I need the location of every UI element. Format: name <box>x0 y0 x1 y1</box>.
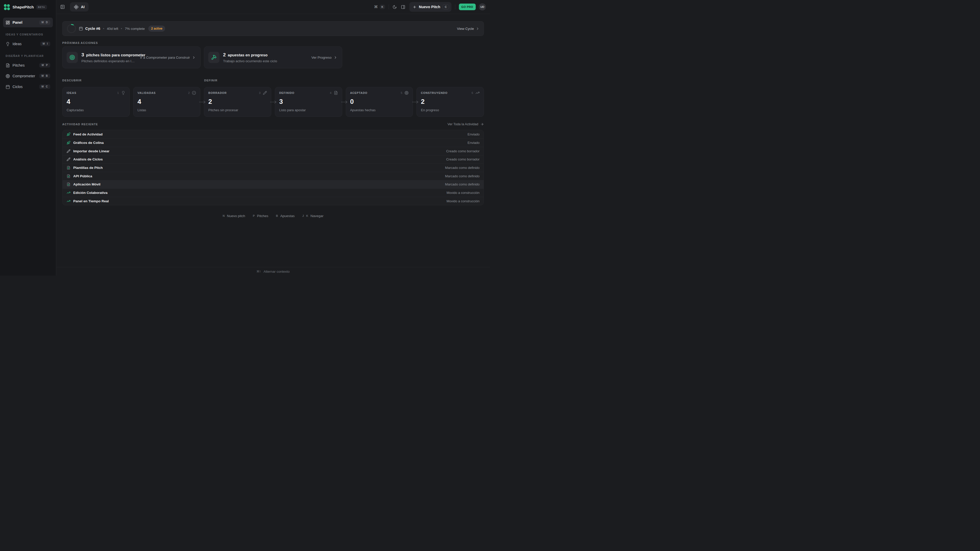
sidebar-item-ciclos[interactable]: Ciclos M C <box>3 82 53 92</box>
stage-sublabel: Listas <box>138 108 196 112</box>
stage-sublabel: En progreso <box>421 108 479 112</box>
rocket-icon <box>67 132 70 136</box>
stage-card-ideas[interactable]: IDEAS 1 4 Capturadas <box>62 87 130 117</box>
activity-status: Creado como borrador <box>446 149 479 153</box>
descubrir-heading: DESCUBRIR <box>62 79 82 82</box>
topbar-actions: ⌘ K Nuevo Pitch C GO PRO UD <box>374 2 486 12</box>
shortcut-key: J <box>302 214 304 218</box>
command-icon[interactable]: ⌘ <box>374 5 378 9</box>
file-text-icon <box>67 183 70 186</box>
go-to-comprometer-link[interactable]: Ir a Comprometer para Construir <box>140 56 196 59</box>
activity-label: Aplicación Móvil <box>73 183 100 186</box>
activity-heading: ACTIVIDAD RECIENTE <box>62 123 98 126</box>
activity-status: Marcado como definido <box>445 174 479 178</box>
view-cycle-link[interactable]: View Cycle <box>457 27 479 30</box>
trending-up-icon <box>67 191 70 195</box>
action-text: 2 apuestas en progreso Trabajo activo oc… <box>223 52 277 63</box>
hammer-icon <box>211 55 217 60</box>
shortcut-label: Nuevo pitch <box>227 214 245 218</box>
activity-row[interactable]: Plantillas de Pitch Marcado como definid… <box>62 164 484 172</box>
brand: ShapePitch BETA <box>0 0 56 14</box>
stage-label: ACEPTADO <box>350 91 368 94</box>
activity-row[interactable]: Edición Colaborativa Movido a construcci… <box>62 189 484 197</box>
activity-row[interactable]: Análisis de Ciclos Creado como borrador <box>62 155 484 164</box>
sidebar-item-ideas[interactable]: Ideas M I <box>3 39 53 49</box>
pipeline-stage-row: IDEAS 1 4 Capturadas VALIDADAS 2 4 Lista… <box>62 87 484 117</box>
activity-status: Movido a construcción <box>447 199 479 203</box>
dot-separator <box>121 28 122 29</box>
activity-list: Feed de Actividad Enviado Gráficos de Co… <box>62 130 484 205</box>
chevron-right-icon <box>476 27 479 30</box>
chevron-right-icon <box>192 56 196 59</box>
activity-row[interactable]: Gráficos de Colina Enviado <box>62 138 484 147</box>
sidebar-item-label: Ideas <box>13 42 38 46</box>
activity-label: Panel en Tiempo Real <box>73 199 109 203</box>
go-pro-button[interactable]: GO PRO <box>459 3 476 10</box>
sidebar-item-pitches[interactable]: Pitches M P <box>3 60 53 70</box>
stage-sublabel: Listo para apostar <box>279 108 338 112</box>
activity-row[interactable]: Aplicación Móvil Marcado como definido <box>62 180 484 189</box>
pipeline-headings: DESCUBRIR DEFINIR <box>62 79 484 83</box>
avatar[interactable]: UD <box>479 3 486 11</box>
activity-row[interactable]: API Pública Marcado como definido <box>62 171 484 180</box>
ai-button-label: AI <box>81 5 85 9</box>
lightbulb-icon <box>6 42 10 46</box>
stage-card-definido[interactable]: DEFINIDO 4 3 Listo para apostar <box>275 87 342 117</box>
sidebar-nav: Panel M D IDEAS Y COMENTARIOS Ideas M I … <box>0 14 56 96</box>
sidebar-item-comprometer[interactable]: Comprometer M B <box>3 71 53 81</box>
next-actions-cards: 3 pitches listos para comprometer Pitche… <box>62 46 484 68</box>
stage-sublabel: Pitches sin procesar <box>208 108 267 112</box>
file-icon <box>334 91 338 95</box>
activity-status: Enviado <box>468 141 479 144</box>
new-pitch-button[interactable]: Nuevo Pitch C <box>409 2 451 12</box>
stage-card-construyendo[interactable]: CONSTRUYENDO 6 2 En progreso <box>417 87 484 117</box>
stage-card-validadas[interactable]: VALIDADAS 2 4 Listas <box>133 87 200 117</box>
calendar-icon <box>6 85 10 89</box>
activity-label: Gráficos de Colina <box>73 141 103 144</box>
theme-toggle-button[interactable] <box>393 5 397 9</box>
cycle-days-left: 40d left <box>107 27 118 30</box>
file-text-icon <box>67 174 70 178</box>
view-progress-link[interactable]: Ver Progreso <box>311 56 337 59</box>
activity-status: Creado como borrador <box>446 157 479 161</box>
kbd-chip: M I <box>40 41 50 46</box>
view-all-activity-label: Ver Toda la Actividad <box>448 122 478 126</box>
collapse-sidebar-button[interactable] <box>60 5 65 9</box>
pencil-icon <box>67 149 70 153</box>
stage-value: 4 <box>138 98 196 105</box>
panel-right-button[interactable] <box>401 5 405 9</box>
action-text: 3 pitches listos para comprometer Pitche… <box>81 52 137 63</box>
shortcut-new-pitch: N Nuevo pitch <box>223 214 245 218</box>
action-card-comprometer[interactable]: 3 pitches listos para comprometer Pitche… <box>62 46 200 68</box>
sidebar-section-ideas: IDEAS Y COMENTARIOS <box>6 33 53 36</box>
action-card-progreso[interactable]: 2 apuestas en progreso Trabajo activo oc… <box>204 46 342 68</box>
stage-card-borrador[interactable]: BORRADOR 3 2 Pitches sin procesar <box>204 87 271 117</box>
cycle-banner[interactable]: Cycle #6 40d left 7% complete 2 active V… <box>62 21 484 36</box>
trending-up-icon <box>476 91 479 95</box>
active-badge: 2 active <box>148 25 165 32</box>
activity-row[interactable]: Panel en Tiempo Real Movido a construcci… <box>62 197 484 205</box>
action-count: 2 <box>223 52 226 58</box>
shortcut-key: N <box>223 214 224 218</box>
stage-label: VALIDADAS <box>138 91 156 94</box>
kbd-c: C <box>442 4 449 10</box>
definir-heading: DEFINIR <box>204 79 218 82</box>
stage-card-aceptado[interactable]: ACEPTADO 5 0 Apuestas hechas <box>346 87 413 117</box>
toggle-context-label: Alternar contexto <box>264 270 290 273</box>
calendar-icon <box>79 27 83 30</box>
view-all-activity-link[interactable]: Ver Toda la Actividad <box>448 122 484 126</box>
action-subtitle: Pitches definidos esperando en la me... <box>81 59 137 63</box>
cycle-complete: 7% complete <box>125 27 145 30</box>
activity-row[interactable]: Importar desde Linear Creado como borrad… <box>62 147 484 155</box>
kbd-chip: M C <box>39 84 50 89</box>
kbd-chip: M P <box>39 63 50 68</box>
target-icon <box>404 91 409 95</box>
stage-step: 4 <box>330 91 331 94</box>
ai-button[interactable]: AI <box>70 2 89 11</box>
sidebar-item-panel[interactable]: Panel M D <box>3 17 53 27</box>
activity-row[interactable]: Feed de Actividad Enviado <box>62 130 484 138</box>
action-subtitle: Trabajo activo ocurriendo este ciclo <box>223 59 277 63</box>
target-icon <box>69 55 75 60</box>
kbd-cmd-i: ⌘I <box>256 270 261 273</box>
dot-separator <box>103 28 104 29</box>
